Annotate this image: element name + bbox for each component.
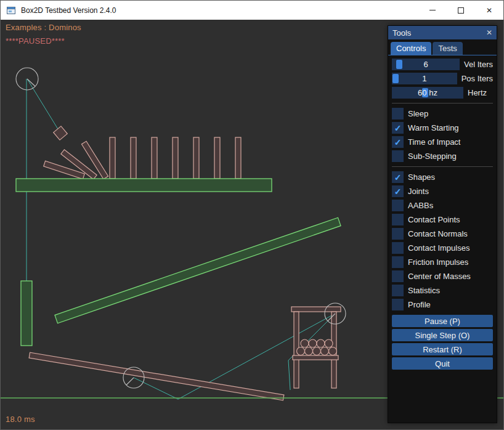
tools-panel-titlebar[interactable]: Tools ✕ [388, 26, 497, 39]
checkbox-friction-impulses[interactable]: ✓ Friction Impulses [392, 256, 493, 268]
checkbox-box[interactable]: ✓ [392, 242, 404, 254]
domino [110, 137, 115, 179]
domino [214, 137, 220, 179]
frame-time-label: 18.0 ms [6, 415, 35, 424]
slider-value: 60 hz [392, 87, 463, 99]
checkbox-box[interactable]: ✓ [392, 185, 404, 197]
paused-label: ****PAUSED**** [6, 36, 65, 46]
window-titlebar[interactable]: Box2D Testbed Version 2.4.0 ✕ [1, 1, 503, 20]
check-icon: ✓ [394, 173, 402, 182]
joint-line [288, 360, 290, 390]
slider-label: Vel Iters [464, 60, 493, 69]
domino [173, 137, 178, 179]
window-title: Box2D Testbed Version 2.4.0 [21, 6, 116, 15]
checkbox-aabbs[interactable]: ✓ AABBs [392, 200, 493, 211]
ball [317, 339, 325, 347]
single-step-button[interactable]: Single Step (O) [392, 329, 493, 341]
check-icon: ✓ [394, 124, 402, 132]
pendulum-circle [16, 68, 38, 90]
close-button[interactable]: ✕ [475, 1, 503, 20]
checkbox-center-of-masses[interactable]: ✓ Center of Masses [392, 270, 493, 282]
domino [152, 137, 157, 179]
joint-line [27, 79, 60, 133]
slider-track[interactable]: 60 hz [392, 87, 463, 99]
checkbox-time-of-impact[interactable]: ✓ Time of Impact [392, 136, 493, 148]
domino [193, 137, 199, 179]
checkbox-box[interactable]: ✓ [392, 299, 404, 310]
slider-value: 1 [392, 73, 457, 84]
checkbox-joints[interactable]: ✓ Joints [392, 185, 493, 197]
ball [329, 347, 337, 355]
standing-dominoes [110, 137, 241, 179]
checkbox-box[interactable]: ✓ [392, 171, 404, 183]
checkbox-statistics[interactable]: ✓ Statistics [392, 285, 493, 296]
app-window: Box2D Testbed Version 2.4.0 ✕ [0, 0, 504, 430]
checkbox-box[interactable]: ✓ [392, 214, 404, 225]
fallen-dominoes [44, 141, 108, 179]
app-icon [6, 6, 16, 15]
checkbox-profile[interactable]: ✓ Profile [392, 299, 493, 310]
ball [297, 347, 305, 355]
checkbox-sub-stepping[interactable]: ✓ Sub-Stepping [392, 150, 493, 162]
checkbox-shapes[interactable]: ✓ Shapes [392, 171, 493, 183]
checkbox-label: Sub-Stepping [408, 152, 457, 161]
pos-iters-slider[interactable]: 1 Pos Iters [392, 73, 493, 84]
separator [392, 103, 493, 103]
slider-label: Hertz [468, 88, 487, 97]
slider-label: Pos Iters [461, 74, 493, 83]
checkbox-box[interactable]: ✓ [392, 108, 404, 120]
maximize-button[interactable] [447, 1, 475, 20]
vel-iters-slider[interactable]: 6 Vel Iters [392, 59, 493, 70]
panel-close-icon[interactable]: ✕ [486, 28, 492, 37]
box-shelf [293, 355, 338, 360]
slider-track[interactable]: 1 [392, 73, 457, 84]
checkbox-label: Joints [408, 187, 429, 196]
checkbox-box[interactable]: ✓ [392, 228, 404, 240]
tab-tests[interactable]: Tests [433, 42, 462, 55]
tab-controls[interactable]: Controls [391, 42, 431, 55]
minimize-icon [429, 10, 436, 10]
checkbox-contact-impulses[interactable]: ✓ Contact Impulses [392, 242, 493, 254]
checkbox-contact-normals[interactable]: ✓ Contact Normals [392, 228, 493, 240]
ball [325, 339, 333, 347]
hertz-slider[interactable]: 60 hz Hertz [392, 87, 493, 99]
button-group: Pause (P) Single Step (O) Restart (R) Qu… [392, 315, 493, 371]
checkbox-box[interactable]: ✓ [392, 256, 404, 268]
checkbox-label: Sleep [408, 109, 428, 118]
checkbox-box[interactable]: ✓ [392, 136, 404, 148]
check-icon: ✓ [394, 187, 402, 196]
checkbox-box[interactable]: ✓ [392, 285, 404, 296]
checkbox-box[interactable]: ✓ [392, 122, 404, 134]
physics-canvas[interactable]: Examples : Dominos ****PAUSED**** 18.0 m… [1, 20, 504, 430]
domino [235, 137, 241, 179]
checkbox-sleep[interactable]: ✓ Sleep [392, 108, 493, 120]
checkbox-contact-points[interactable]: ✓ Contact Points [392, 214, 493, 225]
checkbox-warm-starting[interactable]: ✓ Warm Starting [392, 122, 493, 134]
minimize-button[interactable] [418, 1, 447, 20]
checkbox-label: Time of Impact [408, 137, 460, 147]
slider-track[interactable]: 6 [392, 59, 460, 70]
panel-content: 6 Vel Iters 1 Pos Iters 60 hz [388, 55, 497, 371]
ball [301, 339, 309, 347]
ball [313, 347, 321, 355]
checkbox-label: Center of Masses [408, 272, 471, 281]
ball [305, 347, 313, 355]
pause-button[interactable]: Pause (P) [392, 315, 493, 327]
ball [309, 339, 317, 347]
checkbox-label: Shapes [408, 172, 435, 182]
tab-bar: Controls Tests [388, 39, 497, 55]
quit-button[interactable]: Quit [392, 357, 493, 370]
slider-value: 6 [392, 59, 460, 70]
balls [297, 339, 337, 355]
checkbox-label: Contact Impulses [408, 243, 469, 253]
checkbox-label: Contact Points [408, 215, 460, 224]
checkbox-box[interactable]: ✓ [392, 270, 404, 282]
checkbox-box[interactable]: ✓ [392, 150, 404, 162]
checkbox-label: Statistics [408, 286, 440, 295]
separator [392, 166, 493, 167]
restart-button[interactable]: Restart (R) [392, 343, 493, 355]
window-controls: ✕ [418, 1, 503, 20]
bottom-plank [29, 352, 284, 400]
example-label: Examples : Dominos [6, 23, 81, 32]
checkbox-box[interactable]: ✓ [392, 200, 404, 211]
